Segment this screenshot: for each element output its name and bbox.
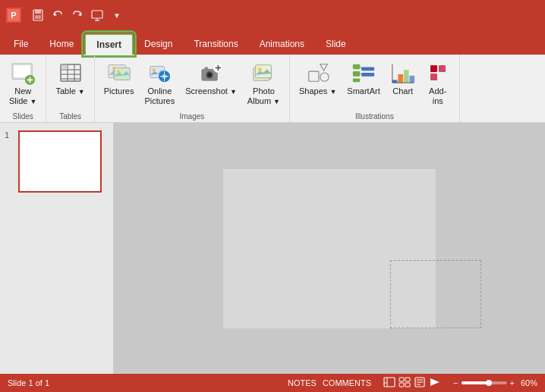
svg-point-26: [117, 70, 120, 73]
status-bar: Slide 1 of 1 NOTES COMMENTS: [0, 374, 545, 392]
shapes-button[interactable]: Shapes ▼: [295, 58, 341, 108]
tab-transitions[interactable]: Transitions: [183, 33, 248, 55]
svg-rect-68: [405, 378, 410, 381]
svg-rect-55: [392, 80, 398, 83]
slides-group-label: Slides: [5, 111, 41, 121]
slides-panel: 1: [0, 123, 114, 374]
notes-button[interactable]: NOTES: [288, 378, 317, 387]
tab-slide[interactable]: Slide: [315, 33, 357, 55]
new-slide-button[interactable]: NewSlide ▼: [5, 58, 41, 108]
svg-line-54: [360, 74, 361, 74]
placeholder-box: [390, 260, 481, 328]
svg-rect-64: [384, 378, 395, 387]
illustrations-group-label: Illustrations: [295, 111, 455, 121]
main-area: 1: [0, 123, 545, 374]
normal-view-button[interactable]: [383, 377, 395, 389]
ribbon-tabs: File Home Insert Design Transitions Anim…: [0, 30, 545, 55]
table-icon: [58, 61, 83, 85]
slide-canvas: [223, 169, 436, 328]
save-button[interactable]: [30, 8, 46, 23]
reading-view-button[interactable]: [414, 377, 426, 389]
photo-album-label: PhotoAlbum ▼: [247, 86, 280, 106]
title-bar: P: [0, 0, 545, 30]
svg-rect-50: [353, 79, 360, 83]
slide-preview[interactable]: [18, 130, 102, 193]
chart-button[interactable]: Chart: [386, 58, 420, 108]
screenshot-button[interactable]: Screenshot ▼: [181, 58, 241, 108]
svg-rect-48: [353, 64, 360, 70]
table-button[interactable]: Table ▼: [51, 58, 89, 108]
pictures-button[interactable]: Pictures: [99, 58, 139, 108]
pictures-icon: [107, 61, 131, 85]
svg-rect-70: [405, 383, 410, 387]
online-pictures-button[interactable]: OnlinePictures: [140, 58, 179, 108]
redo-button[interactable]: [70, 8, 85, 23]
zoom-plus[interactable]: +: [510, 378, 515, 387]
tab-insert[interactable]: Insert: [84, 33, 134, 55]
ribbon-group-tables: Table ▼ Tables: [46, 55, 94, 122]
addins-label: Add-ins: [429, 86, 446, 106]
shapes-label: Shapes ▼: [299, 86, 336, 96]
svg-rect-51: [361, 67, 374, 71]
svg-rect-52: [361, 73, 374, 77]
smartart-button[interactable]: SmartArt: [342, 58, 384, 108]
svg-rect-58: [409, 76, 414, 83]
photo-album-icon: [251, 61, 276, 85]
new-slide-icon: [11, 61, 35, 85]
zoom-level[interactable]: 60%: [521, 378, 537, 387]
screenshot-icon: [199, 61, 223, 85]
svg-line-53: [360, 67, 361, 69]
svg-rect-45: [308, 71, 318, 81]
svg-rect-61: [430, 65, 437, 72]
svg-rect-57: [404, 70, 409, 83]
addins-button[interactable]: Add-ins: [421, 58, 455, 108]
svg-rect-21: [61, 64, 68, 70]
svg-point-47: [320, 73, 328, 81]
screenshot-label: Screenshot ▼: [185, 86, 237, 96]
svg-rect-63: [430, 74, 437, 80]
svg-rect-62: [439, 65, 446, 72]
quick-access-dropdown[interactable]: ▼: [109, 8, 124, 23]
ribbon-group-images: Pictures OnlinePictures: [95, 55, 290, 122]
ribbon: NewSlide ▼ Slides Table: [0, 55, 545, 123]
svg-rect-3: [35, 10, 41, 14]
presentation-view-button[interactable]: [90, 8, 105, 23]
svg-point-36: [208, 74, 211, 77]
table-label: Table ▼: [55, 86, 84, 96]
svg-point-28: [152, 68, 156, 72]
app-icon: P: [6, 8, 21, 23]
svg-rect-69: [399, 383, 404, 387]
images-group-label: Images: [99, 111, 285, 121]
photo-album-button[interactable]: PhotoAlbum ▼: [243, 58, 285, 108]
chart-icon: [391, 61, 415, 85]
quick-access-toolbar: ▼: [30, 8, 124, 23]
svg-rect-67: [399, 378, 404, 381]
tab-home[interactable]: Home: [39, 33, 84, 55]
smartart-label: SmartArt: [347, 86, 380, 96]
svg-point-44: [258, 67, 262, 71]
shapes-icon: [306, 61, 330, 85]
slideshow-button[interactable]: [429, 377, 441, 389]
svg-marker-46: [320, 64, 326, 71]
slide-info: Slide 1 of 1: [8, 378, 49, 387]
slide-thumbnail-1[interactable]: 1: [5, 130, 109, 193]
comments-button[interactable]: COMMENTS: [323, 378, 371, 387]
svg-text:P: P: [11, 11, 16, 20]
undo-button[interactable]: [50, 8, 65, 23]
svg-marker-75: [430, 378, 439, 386]
zoom-minus[interactable]: −: [453, 378, 458, 387]
ribbon-group-illustrations: Shapes ▼ SmartArt: [290, 55, 460, 122]
svg-rect-4: [35, 15, 41, 19]
canvas-area: [114, 123, 545, 374]
tab-animations[interactable]: Animations: [249, 33, 315, 55]
slide-number: 1: [5, 130, 15, 140]
slide-sorter-button[interactable]: [399, 377, 411, 389]
ribbon-group-slides: NewSlide ▼ Slides: [0, 55, 46, 122]
online-pictures-icon: [147, 61, 172, 85]
svg-rect-7: [92, 11, 102, 18]
tables-group-label: Tables: [51, 111, 89, 121]
pictures-label: Pictures: [104, 86, 134, 96]
new-slide-label: NewSlide ▼: [9, 86, 36, 106]
tab-file[interactable]: File: [3, 33, 39, 55]
tab-design[interactable]: Design: [134, 33, 183, 55]
